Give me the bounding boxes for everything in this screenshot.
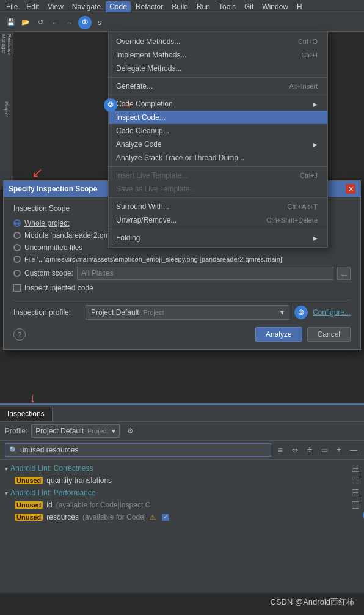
menu-window[interactable]: Window: [258, 1, 292, 12]
more-icon-button[interactable]: —: [348, 444, 359, 455]
dropdown-item-shortcut: Ctrl+Shift+Delete: [266, 216, 318, 224]
menu-navigate[interactable]: Navigate: [68, 1, 104, 12]
radio-whole-project-circle: [13, 219, 21, 227]
main-editor: Override Methods... Ctrl+O Implement Met…: [13, 32, 364, 190]
arrow-right-1: →: [121, 98, 133, 112]
toolbar-refresh[interactable]: ↺: [34, 17, 46, 29]
category-android-performance[interactable]: ▾ Android Lint: Performance: [0, 487, 364, 499]
search-icon: 🔍: [9, 446, 18, 454]
category-performance-checkbox[interactable]: [352, 489, 359, 496]
dialog-title: Specify Inspection Scope: [9, 185, 97, 193]
tab-inspections-label: Inspections: [7, 410, 45, 418]
configure-link[interactable]: Configure...: [313, 308, 351, 317]
radio-file-label: File '...\qmres\src\main\assets\emoticon…: [24, 256, 283, 263]
dropdown-item-label: Insert Live Template...: [116, 171, 187, 180]
dropdown-item-shortcut: Ctrl+Alt+T: [287, 203, 318, 210]
toolbar-forward[interactable]: →: [64, 17, 76, 29]
search-input[interactable]: [20, 446, 267, 454]
inspections-panel: Inspections Profile: Project Default Pro…: [0, 403, 364, 593]
inject-checkbox[interactable]: [13, 284, 21, 292]
filter-icon-button[interactable]: ≡: [275, 444, 286, 455]
item-id-suffix: (available for Code|Inspect C: [56, 501, 151, 509]
arrow-down-2: ↓: [29, 390, 36, 406]
category-correctness-checkbox[interactable]: [352, 465, 359, 472]
item-id-label: id: [46, 501, 52, 509]
unused-badge-quantity: Unused: [15, 477, 43, 484]
dropdown-item-shortcut: Alt+Insert: [289, 83, 318, 90]
ide-top-section: File Edit View Navigate Code Refactor Bu…: [0, 0, 364, 190]
menu-run[interactable]: Run: [193, 1, 214, 12]
menu-build[interactable]: Build: [168, 1, 192, 12]
inspections-profile-dropdown[interactable]: Project Default Project ▾: [31, 424, 120, 438]
list-item-quantity-translations[interactable]: Unused quantity translations: [0, 474, 364, 487]
sidebar-project[interactable]: Project: [1, 90, 12, 127]
tab-inspections[interactable]: Inspections: [0, 407, 53, 421]
dropdown-item-label: Code Cleanup...: [116, 127, 169, 135]
search-bar: ④ 🔍 ≡ ⇔ ≑ ▭ + —: [0, 441, 364, 460]
dropdown-insert-live-template: Insert Live Template... Ctrl+J: [109, 169, 327, 182]
dropdown-sep-3: [109, 166, 327, 167]
dialog-close-button[interactable]: ✕: [346, 184, 355, 194]
watermark: CSDN @Android西红柿: [271, 597, 354, 608]
category-android-correctness[interactable]: ▾ Android Lint: Correctness: [0, 462, 364, 474]
menu-code[interactable]: Code: [106, 1, 131, 12]
item-id-checkbox[interactable]: [352, 501, 359, 509]
category-performance-label: Android Lint: Performance: [10, 488, 95, 497]
dropdown-sep-5: [109, 229, 327, 229]
dropdown-arrow-icon: ▶: [313, 141, 318, 148]
radio-custom-circle[interactable]: [13, 270, 21, 277]
dropdown-code-cleanup[interactable]: Code Cleanup...: [109, 124, 327, 138]
dropdown-item-label: Folding: [116, 234, 140, 242]
dropdown-generate[interactable]: Generate... Alt+Insert: [109, 79, 327, 93]
item-quantity-checkbox[interactable]: [352, 477, 359, 484]
ide-body: Resource Manager Project Override Method…: [0, 32, 364, 190]
list-item-unused-resources[interactable]: Unused resources (available for Code| ⚠ …: [0, 511, 364, 523]
gear-button[interactable]: ⚙: [123, 424, 137, 438]
dropdown-sep-1: [109, 77, 327, 78]
analyze-button[interactable]: Analyze: [255, 327, 302, 342]
inspections-toolbar: Profile: Project Default Project ▾ ⚙: [0, 422, 364, 441]
menu-help[interactable]: H: [293, 1, 306, 12]
minus-icon: [353, 492, 358, 493]
layout-icon-button[interactable]: ▭: [319, 444, 330, 455]
dropdown-analyze-code[interactable]: Analyze Code ▶: [109, 138, 327, 151]
expand-icon-button[interactable]: ⇔: [289, 444, 300, 455]
arrow-down-1: ↙: [32, 165, 43, 181]
menu-tools[interactable]: Tools: [215, 1, 239, 12]
toolbar-open[interactable]: 📂: [20, 17, 32, 29]
unused-badge-id: Unused: [15, 501, 43, 509]
annotation-2: ②: [104, 98, 117, 112]
custom-scope-input[interactable]: [77, 267, 333, 280]
add-icon-button[interactable]: +: [333, 444, 344, 455]
dropdown-item-shortcut: Ctrl+J: [300, 172, 318, 179]
dropdown-surround-with[interactable]: Surround With... Ctrl+Alt+T: [109, 200, 327, 213]
annotation-3: ③: [294, 306, 308, 319]
list-item-unused-id[interactable]: Unused id (available for Code|Inspect C: [0, 499, 364, 511]
dropdown-unwrap-remove[interactable]: Unwrap/Remove... Ctrl+Shift+Delete: [109, 213, 327, 227]
dropdown-folding[interactable]: Folding ▶: [109, 231, 327, 245]
menu-edit[interactable]: Edit: [23, 1, 43, 12]
dropdown-implement-methods[interactable]: Implement Methods... Ctrl+I: [109, 48, 327, 62]
dropdown-arrow-icon: ▶: [313, 235, 318, 241]
profile-dropdown[interactable]: Project Default Project ▾: [86, 305, 289, 320]
toolbar-save[interactable]: 💾: [5, 17, 17, 29]
menu-git[interactable]: Git: [241, 1, 257, 12]
annotation-1: ①: [78, 16, 92, 29]
radio-file[interactable]: File '...\qmres\src\main\assets\emoticon…: [13, 256, 351, 263]
collapse-icon-button[interactable]: ≑: [304, 444, 315, 455]
dropdown-override-methods[interactable]: Override Methods... Ctrl+O: [109, 35, 327, 48]
cancel-button[interactable]: Cancel: [307, 327, 351, 342]
menu-refactor[interactable]: Refactor: [132, 1, 167, 12]
menu-file[interactable]: File: [2, 1, 21, 12]
help-button[interactable]: ?: [13, 328, 26, 341]
dropdown-delegate-methods[interactable]: Delegate Methods...: [109, 62, 327, 75]
menu-view[interactable]: View: [44, 1, 67, 12]
dropdown-inspect-code[interactable]: Inspect Code...: [109, 111, 327, 124]
custom-scope-browse-button[interactable]: ...: [337, 267, 351, 280]
chevron-down-icon: ▾: [5, 465, 8, 472]
dropdown-code-completion[interactable]: Code Completion ▶: [109, 97, 327, 111]
item-resources-checkbox-checked[interactable]: ✓: [162, 514, 169, 521]
dropdown-analyze-stack[interactable]: Analyze Stack Trace or Thread Dump...: [109, 151, 327, 164]
toolbar-back[interactable]: ←: [49, 17, 61, 29]
sidebar-resource-manager[interactable]: Resource Manager: [1, 34, 12, 71]
